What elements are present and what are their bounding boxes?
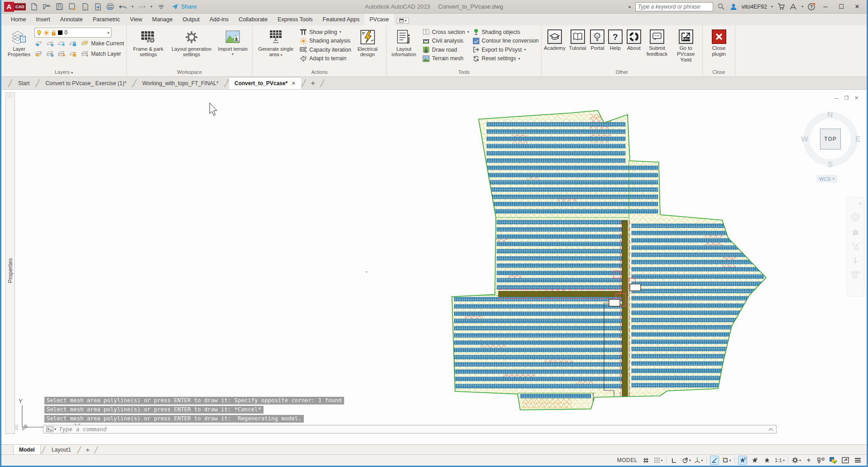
close-button[interactable]: ✕ [851, 3, 863, 10]
search-expand-icon[interactable]: ▸ [629, 4, 631, 9]
layout1-tab[interactable]: Layout1 [46, 445, 77, 455]
viewcube[interactable]: N W E S TOP WCS▿ [799, 108, 862, 189]
tab-output[interactable]: Output [177, 14, 205, 25]
command-input-placeholder[interactable]: Type a command [59, 426, 106, 433]
import-terrain-caret-icon[interactable]: ▾ [232, 52, 234, 57]
navigation-bar[interactable]: ✕ [846, 197, 864, 297]
layer-freeze-button[interactable] [57, 40, 67, 47]
viewcube-top-face[interactable]: TOP [820, 129, 841, 149]
command-expand-chevron-icon[interactable] [768, 428, 773, 431]
undo-caret-icon[interactable]: ▾ [132, 5, 134, 9]
make-current-button[interactable]: Make Current [81, 40, 124, 47]
annotation-scale-value[interactable]: 1:1▾ [775, 457, 785, 463]
layer-off-button[interactable] [34, 40, 44, 47]
viewcube-south[interactable]: S [828, 160, 833, 169]
drawing-close-icon[interactable]: ✕ [854, 95, 859, 101]
export-pvsyst-caret-icon[interactable]: ▾ [524, 48, 526, 52]
hardware-acceleration-toggle[interactable] [829, 456, 838, 465]
file-tab-exercise[interactable]: Convert to PVcase_ Exercise (1)* [40, 77, 132, 89]
shading-analysis-button[interactable]: Shading analysis [300, 37, 351, 46]
new-file-icon[interactable] [30, 3, 38, 11]
cross-section-caret-icon[interactable]: ▾ [467, 30, 469, 34]
wcs-menu[interactable]: WCS▿ [816, 175, 837, 183]
polar-tracking-toggle[interactable]: ▾ [682, 456, 691, 465]
model-space-indicator[interactable]: MODEL [617, 457, 638, 463]
ortho-mode-toggle[interactable] [670, 456, 679, 465]
layer-properties-button[interactable]: Layer Properties [4, 27, 34, 68]
tutorial-button[interactable]: Tutorial [568, 27, 587, 68]
snap-mode-toggle[interactable]: ▾ [654, 456, 663, 465]
layer-on-all-button[interactable] [34, 50, 44, 58]
layout-generation-settings-button[interactable]: Layout generation settings [171, 27, 212, 68]
tab-manage[interactable]: Manage [147, 14, 177, 25]
help-icon[interactable]: ? [807, 3, 815, 11]
academy-button[interactable]: Academy [544, 27, 566, 68]
close-plugin-button[interactable]: Close plugin [705, 27, 733, 68]
plot-icon[interactable] [81, 3, 89, 11]
annotation-scale-icon[interactable] [762, 456, 772, 465]
new-layout-button[interactable]: + [86, 446, 90, 453]
snap-caret-icon[interactable]: ▾ [661, 458, 662, 462]
portal-button[interactable]: Portal [590, 27, 605, 68]
ribbon-display-toggle[interactable]: ▾ [397, 18, 409, 24]
layer-combo-caret-icon[interactable]: ▾ [107, 31, 109, 35]
export-icon[interactable] [94, 3, 102, 11]
site-plan-drawing[interactable]: Y [1, 90, 867, 444]
layer-thaw-all-button[interactable] [57, 50, 67, 58]
object-snap-caret-icon[interactable]: ▾ [729, 458, 731, 462]
tab-insert[interactable]: Insert [31, 14, 55, 25]
workspace-caret-icon[interactable]: ▾ [799, 458, 801, 462]
autodesk-apps-icon[interactable] [789, 3, 797, 11]
customization-menu-icon[interactable] [853, 456, 862, 465]
search-icon[interactable] [717, 3, 725, 11]
panel-layers-footer[interactable]: Layers ▾ [1, 68, 126, 77]
reset-settings-caret-icon[interactable]: ▾ [518, 57, 520, 61]
command-customize-wrench-icon[interactable] [21, 424, 28, 431]
file-tab-working-topo[interactable]: Working_with_topo_FT_FINAL* [137, 77, 224, 89]
drawing-restore-icon[interactable]: ❐ [844, 95, 849, 101]
username-label[interactable]: vito4EF92 [742, 4, 767, 10]
show-piling-button[interactable]: Show piling▾ [300, 28, 351, 37]
maximize-button[interactable]: ☐ [835, 3, 847, 10]
recent-commands-caret-icon[interactable]: ▾ [54, 427, 56, 431]
file-tab-start[interactable]: Start [13, 77, 35, 89]
layer-combo[interactable]: 0 ▾ [34, 28, 111, 38]
orbit-icon[interactable] [851, 257, 859, 265]
go-to-pvcase-yield-button[interactable]: YIELD Go to PVcase Yield [671, 27, 700, 68]
show-piling-caret-icon[interactable]: ▾ [339, 30, 341, 34]
about-button[interactable]: About [625, 27, 643, 68]
annotation-visibility-toggle[interactable] [738, 456, 747, 465]
crosshair-size-icon[interactable]: + [804, 456, 813, 465]
cart-icon[interactable] [777, 3, 785, 11]
isodraft-caret-icon[interactable]: ▾ [701, 458, 703, 462]
object-snap-tracking-toggle[interactable] [710, 456, 719, 465]
isolate-objects-toggle[interactable] [816, 456, 825, 465]
civil-analysis-button[interactable]: Civil analysis [422, 37, 469, 46]
viewcube-west[interactable]: W [801, 135, 808, 144]
workspace-switching-gear[interactable]: ▾ [791, 456, 801, 465]
print-icon[interactable] [106, 3, 115, 11]
tab-pvcase[interactable]: PVcase [364, 14, 394, 25]
drawing-minimize-icon[interactable]: ─ [834, 95, 839, 101]
tab-collaborate[interactable]: Collaborate [234, 14, 273, 25]
show-motion-icon[interactable] [851, 271, 860, 279]
capacity-iteration-button[interactable]: Capacity iteration [300, 45, 351, 54]
file-tab-close-icon[interactable]: ✕ [291, 80, 296, 87]
command-line[interactable]: ▾ Type a command [43, 425, 777, 433]
redo-caret-icon[interactable]: ▾ [151, 5, 153, 9]
polar-caret-icon[interactable]: ▾ [689, 458, 691, 462]
generate-caret-icon[interactable]: ▾ [281, 53, 283, 57]
properties-palette-collapsed[interactable]: Properties [5, 92, 15, 434]
viewcube-north[interactable]: N [827, 111, 833, 120]
pan-hand-icon[interactable] [851, 228, 859, 236]
layer-unisolate-button[interactable] [46, 50, 56, 58]
save-icon[interactable] [56, 3, 64, 11]
adapt-to-terrain-button[interactable]: Adapt to terrain [300, 54, 351, 63]
command-grip[interactable]: ⣿ [15, 424, 18, 430]
model-tab[interactable]: Model [13, 445, 41, 455]
layer-lock-button[interactable] [68, 40, 78, 47]
reset-settings-button[interactable]: Reset settings▾ [473, 54, 539, 63]
command-prompt-icon[interactable]: ▾ [46, 426, 56, 432]
steering-wheel-icon[interactable] [851, 212, 860, 221]
tab-annotate[interactable]: Annotate [55, 14, 88, 25]
